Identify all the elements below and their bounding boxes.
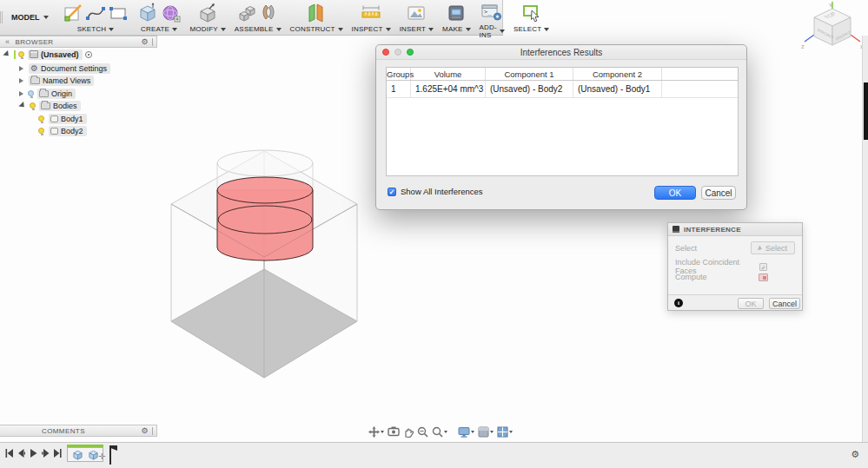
panel-grip[interactable] (152, 427, 155, 435)
ok-button[interactable]: OK (654, 186, 696, 200)
table-row[interactable]: 1 1.625E+04 mm^3 (Unsaved) - Body2 (Unsa… (387, 81, 738, 98)
expand-icon[interactable] (19, 78, 23, 83)
rectangle-icon[interactable] (109, 3, 129, 23)
gear-icon[interactable]: ⚙ (142, 426, 149, 435)
palette-ok-button[interactable]: OK (738, 298, 764, 309)
step-forward-icon[interactable] (42, 449, 50, 458)
zoom-tool[interactable] (432, 426, 447, 438)
zoom-window-tool[interactable] (417, 426, 428, 438)
coincident-checkbox[interactable]: ✓ (759, 263, 767, 271)
collapse-panel-icon[interactable]: « (5, 38, 10, 46)
expand-icon[interactable] (3, 50, 10, 58)
measure-icon[interactable] (361, 3, 381, 23)
new-component-icon[interactable] (137, 3, 158, 23)
tree-row-body1[interactable]: Body1 (38, 113, 87, 124)
pan-tool[interactable] (403, 426, 414, 438)
feature-body2-icon[interactable] (88, 450, 99, 460)
grid-and-snaps[interactable] (478, 426, 494, 438)
workspace-switcher[interactable]: MODEL (1, 0, 59, 35)
panel-grip[interactable] (152, 38, 155, 46)
visibility-bulb-icon[interactable] (38, 128, 44, 134)
cancel-button[interactable]: Cancel (701, 186, 736, 200)
play-icon[interactable] (30, 449, 37, 458)
expand-icon[interactable] (19, 66, 23, 71)
palette-header[interactable]: INTERFERENCE (668, 223, 802, 236)
look-at-tool[interactable] (388, 426, 400, 437)
palette-cancel-button[interactable]: Cancel (769, 298, 800, 309)
vertical-scrollbar[interactable] (862, 36, 868, 442)
modify-menu[interactable]: MODIFY (190, 25, 226, 33)
orbit-tool[interactable] (368, 426, 384, 438)
chevron-down-icon (466, 28, 471, 31)
tree-row-root[interactable]: (Unsaved) (3, 49, 92, 60)
checkbox-checked-icon[interactable]: ✓ (388, 188, 396, 196)
create-sketch-icon[interactable] (63, 3, 83, 23)
chevron-down-icon (221, 28, 226, 31)
playhead-flag[interactable] (111, 445, 117, 451)
go-to-end-icon[interactable] (54, 449, 62, 458)
expand-icon[interactable] (18, 102, 26, 109)
dialog-titlebar[interactable]: Interferences Results (376, 45, 746, 60)
sketch-menu[interactable]: SKETCH (77, 25, 115, 33)
inspect-menu[interactable]: INSPECT (352, 25, 391, 33)
tree-row-bodies[interactable]: Bodies (19, 100, 81, 111)
select-menu[interactable]: SELECT (514, 25, 549, 33)
viewports[interactable] (497, 426, 513, 438)
press-pull-icon[interactable] (197, 3, 218, 23)
display-settings[interactable] (458, 426, 474, 438)
construct-menu[interactable]: CONSTRUCT (290, 25, 343, 33)
step-back-icon[interactable] (17, 449, 25, 458)
chevron-down-icon (544, 28, 549, 31)
model-viewport[interactable] (156, 130, 382, 391)
visibility-bulb-icon[interactable] (38, 115, 44, 122)
construct-plane-icon[interactable] (306, 3, 327, 23)
insert-menu[interactable]: INSERT (400, 25, 434, 33)
chevron-down-icon (509, 431, 513, 433)
select-window-icon[interactable] (521, 3, 542, 23)
tree-row-document-settings[interactable]: ⚙ Document Settings (19, 63, 110, 74)
gear-icon[interactable]: ⚙ (851, 449, 859, 460)
toolbar-group-sketch: SKETCH (59, 0, 133, 35)
addins-menu[interactable]: ADD-INS (480, 23, 505, 39)
tree-row-origin[interactable]: Origin (19, 88, 76, 99)
show-all-interferences-checkbox[interactable]: ✓ Show All Interferences (388, 187, 483, 196)
visibility-bulb-icon[interactable] (30, 102, 36, 109)
assemble-components-icon[interactable] (237, 3, 258, 23)
insert-image-icon[interactable] (406, 3, 427, 23)
select-button[interactable]: Select (751, 241, 795, 254)
go-to-start-icon[interactable] (5, 449, 13, 458)
visibility-bulb-icon[interactable] (18, 51, 24, 57)
info-icon[interactable]: i (674, 299, 683, 307)
create-menu[interactable]: CREATE (141, 25, 177, 33)
tree-item-label: Bodies (53, 102, 77, 110)
toolbar-group-inspect: INSPECT (348, 0, 395, 35)
scripts-addins-icon[interactable]: >_ (480, 2, 503, 23)
browser-header[interactable]: « BROWSER ⚙ (0, 36, 157, 48)
joint-icon[interactable] (261, 3, 278, 23)
spline-icon[interactable] (86, 3, 106, 23)
viewcube[interactable]: Y Z X TOP FRONT RIGHT (799, 0, 867, 59)
browser-title: BROWSER (15, 38, 141, 46)
comments-header[interactable]: COMMENTS ⚙ (0, 425, 157, 437)
compute-icon[interactable] (759, 274, 768, 281)
make-menu[interactable]: MAKE (442, 25, 470, 33)
expand-icon[interactable] (19, 91, 23, 96)
svg-text:>_: >_ (484, 9, 492, 16)
tree-row-named-views[interactable]: Named Views (19, 75, 94, 86)
assemble-menu[interactable]: ASSEMBLE (235, 25, 282, 33)
create-form-icon[interactable] (161, 3, 182, 23)
cursor-icon (758, 245, 763, 251)
scrollbar-thumb[interactable] (864, 82, 868, 140)
gear-icon[interactable]: ⚙ (142, 37, 149, 46)
move-marker-icon[interactable]: ✛ (98, 452, 105, 461)
chevron-down-icon (338, 28, 343, 31)
visibility-bulb-icon[interactable] (28, 90, 34, 96)
make-3dprint-icon[interactable] (446, 3, 467, 23)
chevron-down-icon (500, 30, 505, 33)
chevron-down-icon (276, 28, 282, 31)
feature-body1-icon[interactable] (72, 450, 83, 460)
activate-radio-icon[interactable] (85, 51, 92, 58)
tree-row-body2[interactable]: Body2 (38, 125, 87, 136)
cell-component1: (Unsaved) - Body2 (486, 81, 573, 97)
timeline-playhead[interactable] (109, 445, 111, 465)
